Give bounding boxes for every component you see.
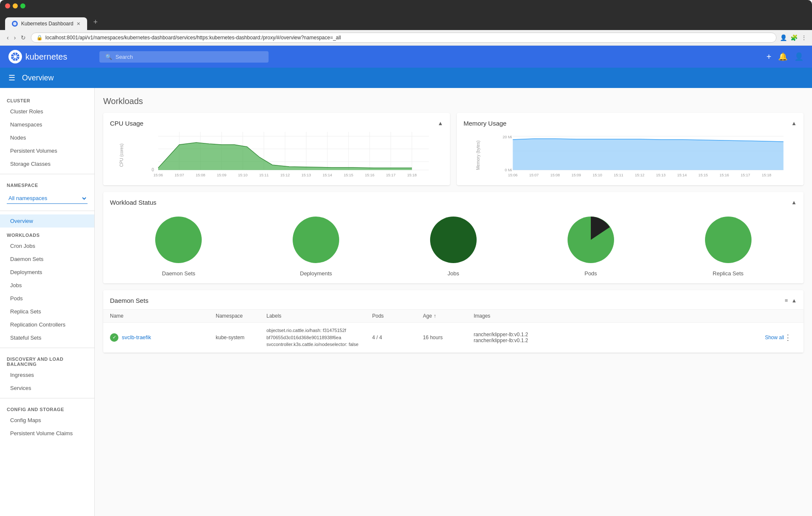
pie-label-deployments: Deployments bbox=[300, 270, 332, 277]
pie-label-replica-sets: Replica Sets bbox=[713, 270, 743, 277]
daemon-sets-table-card: Daemon Sets ≡ ▲ Name Namespace Labels Po… bbox=[103, 290, 804, 353]
svg-text:15:11: 15:11 bbox=[614, 173, 623, 177]
menu-icon[interactable]: ☰ bbox=[8, 73, 15, 82]
account-button[interactable]: 👤 bbox=[794, 52, 804, 61]
status-ok-icon: ✓ bbox=[110, 333, 118, 342]
sidebar-item-config-maps[interactable]: Config Maps bbox=[0, 414, 94, 427]
close-dot[interactable] bbox=[5, 3, 10, 8]
svg-text:0 Mi: 0 Mi bbox=[505, 168, 512, 172]
cpu-chart-svg: 0 15:06 15:07 15:08 15:09 15:10 15:11 15… bbox=[127, 132, 443, 178]
svg-text:15:07: 15:07 bbox=[175, 173, 184, 177]
back-button[interactable]: ‹ bbox=[5, 33, 11, 43]
memory-chart-card: Memory Usage ▲ Memory (bytes) 20 Mi 0 bbox=[457, 113, 804, 185]
daemon-sets-table-title: Daemon Sets bbox=[110, 297, 148, 304]
new-tab-button[interactable]: + bbox=[88, 14, 103, 30]
svg-text:15:14: 15:14 bbox=[323, 173, 332, 177]
toolbar-title: Overview bbox=[22, 74, 54, 82]
memory-y-axis-label: Memory (bytes) bbox=[476, 140, 480, 170]
tab-close-button[interactable]: ✕ bbox=[77, 21, 80, 27]
sidebar-item-ingresses[interactable]: Ingresses bbox=[0, 368, 94, 382]
sidebar-item-replica-sets[interactable]: Replica Sets bbox=[0, 305, 94, 318]
svg-text:15:13: 15:13 bbox=[656, 173, 666, 177]
workload-status-title: Workload Status bbox=[110, 199, 156, 206]
row-menu-button[interactable]: ⋮ bbox=[784, 333, 792, 342]
col-header-images: Images bbox=[474, 313, 784, 319]
image-2: rancher/klipper-lb:v0.1.2 bbox=[474, 338, 528, 343]
sidebar-item-services[interactable]: Services bbox=[0, 382, 94, 395]
col-header-labels: Labels bbox=[266, 313, 372, 319]
namespace-selector[interactable]: All namespaces bbox=[0, 189, 94, 207]
svg-text:15:16: 15:16 bbox=[719, 173, 729, 177]
sidebar-item-stateful-sets[interactable]: Stateful Sets bbox=[0, 331, 94, 344]
pie-item-replica-sets: Replica Sets bbox=[659, 214, 797, 277]
workload-status-collapse-button[interactable]: ▲ bbox=[791, 199, 797, 206]
cpu-chart-collapse-button[interactable]: ▲ bbox=[438, 120, 443, 126]
maximize-dot[interactable] bbox=[20, 3, 25, 8]
tab-favicon bbox=[12, 21, 18, 27]
sidebar-item-nodes[interactable]: Nodes bbox=[0, 131, 94, 144]
namespace-dropdown[interactable]: All namespaces bbox=[7, 193, 88, 204]
sidebar-item-namespaces[interactable]: Namespaces bbox=[0, 118, 94, 131]
replica-sets-pie bbox=[703, 214, 754, 265]
row-labels-cell: objectset.rio.cattle.io/hash: f31475152f… bbox=[266, 327, 372, 348]
forward-button[interactable]: › bbox=[12, 33, 18, 43]
menu-button[interactable]: ⋮ bbox=[801, 34, 807, 41]
sidebar-item-deployments[interactable]: Deployments bbox=[0, 266, 94, 279]
pie-label-daemon-sets: Daemon Sets bbox=[162, 270, 195, 277]
notifications-button[interactable]: 🔔 bbox=[778, 52, 787, 61]
svg-text:15:06: 15:06 bbox=[154, 173, 163, 177]
pie-item-daemon-sets: Daemon Sets bbox=[110, 214, 247, 277]
sidebar-item-cron-jobs[interactable]: Cron Jobs bbox=[0, 239, 94, 253]
search-placeholder: Search bbox=[115, 54, 133, 60]
sidebar: Cluster Cluster Roles Namespaces Nodes P… bbox=[0, 88, 95, 516]
browser-tab-active[interactable]: Kubernetes Dashboard ✕ bbox=[5, 17, 87, 30]
svg-text:15:10: 15:10 bbox=[238, 173, 248, 177]
svg-text:15:10: 15:10 bbox=[593, 173, 602, 177]
sidebar-item-pvc[interactable]: Persistent Volume Claims bbox=[0, 427, 94, 440]
svg-text:15:17: 15:17 bbox=[386, 173, 396, 177]
pie-charts-row: Daemon Sets Deployments Jobs bbox=[110, 214, 797, 277]
profile-button[interactable]: 👤 bbox=[780, 34, 787, 41]
pie-label-jobs: Jobs bbox=[447, 270, 459, 277]
workloads-section-header: Workloads bbox=[0, 228, 94, 239]
svg-point-57 bbox=[430, 217, 477, 263]
reload-button[interactable]: ↻ bbox=[19, 33, 27, 43]
sidebar-item-cluster-roles[interactable]: Cluster Roles bbox=[0, 105, 94, 118]
table-row: ✓ svclb-traefik kube-system objectset.ri… bbox=[103, 323, 804, 353]
table-column-headers: Name Namespace Labels Pods Age ↑ Images bbox=[103, 310, 804, 323]
header-search-area: 🔍 Search bbox=[99, 51, 269, 63]
divider-1 bbox=[0, 174, 94, 174]
minimize-dot[interactable] bbox=[13, 3, 18, 8]
cpu-y-axis-label: CPU (cores) bbox=[119, 143, 124, 167]
svg-text:15:15: 15:15 bbox=[344, 173, 354, 177]
sidebar-item-storage-classes[interactable]: Storage Classes bbox=[0, 157, 94, 170]
svg-text:15:06: 15:06 bbox=[508, 173, 518, 177]
row-age-cell: 16 hours bbox=[423, 335, 474, 340]
col-header-age: Age ↑ bbox=[423, 313, 474, 319]
sidebar-item-overview[interactable]: Overview bbox=[0, 214, 94, 228]
table-collapse-icon[interactable]: ▲ bbox=[791, 297, 797, 304]
memory-chart-collapse-button[interactable]: ▲ bbox=[791, 120, 797, 126]
svg-text:15:08: 15:08 bbox=[550, 173, 560, 177]
col-header-name: Name bbox=[110, 313, 216, 319]
cluster-section-header: Cluster bbox=[0, 93, 94, 105]
filter-icon[interactable]: ≡ bbox=[785, 297, 788, 304]
sort-icon[interactable]: ↑ bbox=[433, 313, 436, 319]
pie-item-jobs: Jobs bbox=[385, 214, 522, 277]
add-button[interactable]: + bbox=[766, 52, 771, 62]
sidebar-item-persistent-volumes[interactable]: Persistent Volumes bbox=[0, 144, 94, 157]
row-pods-cell: 4 / 4 bbox=[372, 335, 423, 340]
pie-item-pods: Pods bbox=[522, 214, 659, 277]
extensions-button[interactable]: 🧩 bbox=[790, 34, 798, 41]
sidebar-item-replication-controllers[interactable]: Replication Controllers bbox=[0, 318, 94, 331]
search-icon: 🔍 bbox=[105, 54, 112, 60]
address-bar[interactable]: 🔒 localhost:8001/api/v1/namespaces/kuber… bbox=[31, 33, 776, 43]
cpu-chart-title: CPU Usage bbox=[110, 120, 143, 127]
svg-text:15:08: 15:08 bbox=[196, 173, 206, 177]
label-2: svccontroller.k3s.cattle.io/nodeselector… bbox=[266, 341, 372, 348]
sidebar-item-daemon-sets[interactable]: Daemon Sets bbox=[0, 253, 94, 266]
daemon-set-link[interactable]: svclb-traefik bbox=[122, 334, 151, 340]
show-all-link[interactable]: Show all bbox=[765, 335, 784, 340]
sidebar-item-pods[interactable]: Pods bbox=[0, 292, 94, 305]
sidebar-item-jobs[interactable]: Jobs bbox=[0, 279, 94, 292]
